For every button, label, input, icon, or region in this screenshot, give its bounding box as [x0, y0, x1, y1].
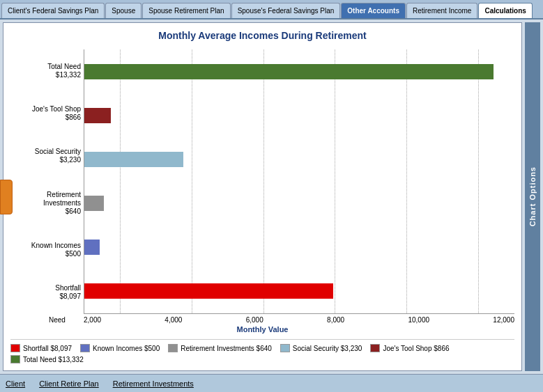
- legend-color-social-security: [280, 344, 290, 352]
- legend-label-retirement-inv: Retirement Investments $640: [181, 345, 272, 352]
- y-label-social-security: Social Security $3,230: [10, 148, 81, 164]
- bottom-link-retirement-investments[interactable]: Retirement Investments: [113, 379, 194, 388]
- legend-label-shortfall: Shortfall $8,097: [23, 345, 72, 352]
- legend-item-shortfall: Shortfall $8,097: [10, 344, 72, 352]
- legend-color-total-need: [10, 355, 20, 363]
- x-label-4000: 4,000: [165, 316, 182, 324]
- grid-line-2: [192, 49, 192, 313]
- right-panel-chart-options[interactable]: Chart Options: [525, 22, 540, 371]
- legend-color-shortfall: [10, 344, 20, 352]
- x-label-8000: 8,000: [327, 316, 344, 324]
- top-tabs: Client's Federal Savings Plan Spouse Spo…: [0, 0, 543, 19]
- bar-row-known-incomes: [84, 237, 514, 258]
- bars-section: Total Need $13,332 Joe's Tool Shop $866 …: [10, 49, 514, 314]
- tab-spouse[interactable]: Spouse: [105, 3, 142, 18]
- bar-total-need: [84, 64, 494, 79]
- left-handle[interactable]: [0, 180, 13, 214]
- bar-tool-shop: [84, 108, 111, 123]
- legend-label-known-incomes: Known Incomes $500: [93, 345, 160, 352]
- y-label-retirement-inv: Retirement Investments $640: [10, 191, 81, 216]
- bars-container: [84, 49, 514, 314]
- tab-retirement-income[interactable]: Retirement Income: [406, 3, 477, 18]
- main-content: Monthly Average Incomes During Retiremen…: [0, 19, 543, 374]
- x-need-label: Need: [49, 316, 66, 324]
- x-label-6000: 6,000: [246, 316, 263, 324]
- bottom-link-client[interactable]: Client: [6, 379, 25, 388]
- legend-label-tool-shop: Joe's Tool Shop $866: [383, 345, 449, 352]
- legend-color-known-incomes: [80, 344, 90, 352]
- right-panel-label: Chart Options: [528, 166, 537, 226]
- bottom-link-retire-plan[interactable]: Client Retire Plan: [39, 379, 99, 388]
- x-label-2000: 2,000: [84, 316, 101, 324]
- x-label-10000: 10,000: [408, 316, 429, 324]
- y-label-total-need: Total Need $13,332: [10, 63, 81, 79]
- tab-clients-federal[interactable]: Client's Federal Savings Plan: [1, 3, 105, 18]
- tab-spouse-retirement[interactable]: Spouse Retirement Plan: [142, 3, 230, 18]
- tab-calculations[interactable]: Calculations: [478, 3, 532, 18]
- grid-line-3: [263, 49, 264, 313]
- tab-spouse-federal[interactable]: Spouse's Federal Savings Plan: [231, 3, 341, 18]
- y-label-shortfall: Shortfall $8,097: [10, 284, 81, 301]
- y-label-known-incomes: Known Incomes $500: [10, 242, 81, 258]
- legend-item-total-need: Total Need $13,332: [10, 355, 84, 363]
- bar-row-social-security: [84, 149, 514, 170]
- grid-line-1: [120, 49, 121, 313]
- x-axis-row: Need 2,000 4,000 6,000 8,000 10,000 12,0…: [84, 316, 514, 324]
- grid-line-5: [406, 49, 407, 313]
- chart-area: Total Need $13,332 Joe's Tool Shop $866 …: [10, 49, 514, 363]
- x-label-12000: 12,000: [493, 316, 514, 324]
- y-label-tool-shop: Joe's Tool Shop $866: [10, 105, 81, 122]
- legend-label-total-need: Total Need $13,332: [23, 356, 84, 363]
- legend-item-retirement-inv: Retirement Investments $640: [168, 344, 272, 352]
- bar-shortfall: [84, 283, 333, 299]
- chart-title: Monthly Average Incomes During Retiremen…: [10, 30, 514, 41]
- bar-retirement-inv: [84, 196, 104, 211]
- bar-row-shortfall: [84, 281, 514, 301]
- y-labels: Total Need $13,332 Joe's Tool Shop $866 …: [10, 49, 84, 314]
- bar-social-security: [84, 152, 183, 167]
- bar-row-tool-shop: [84, 105, 514, 126]
- bottom-bar: Client Client Retire Plan Retirement Inv…: [0, 374, 543, 392]
- legend-color-tool-shop: [370, 344, 380, 352]
- legend-item-tool-shop: Joe's Tool Shop $866: [370, 344, 449, 352]
- x-axis-title: Monthly Value: [10, 325, 514, 334]
- chart-legend: Shortfall $8,097 Known Incomes $500 Reti…: [10, 339, 514, 363]
- grid-line-6: [478, 49, 479, 313]
- bar-row-total-need: [84, 61, 514, 82]
- bar-known-incomes: [84, 240, 100, 255]
- grid-line-4: [335, 49, 335, 313]
- grid-lines: [84, 49, 514, 313]
- legend-item-social-security: Social Security $3,230: [280, 344, 362, 352]
- tab-other-accounts[interactable]: Other Accounts: [341, 3, 406, 18]
- legend-item-known-incomes: Known Incomes $500: [80, 344, 160, 352]
- legend-label-social-security: Social Security $3,230: [293, 345, 362, 352]
- legend-color-retirement-inv: [168, 344, 178, 352]
- chart-panel: Monthly Average Incomes During Retiremen…: [3, 22, 522, 371]
- bar-row-retirement-inv: [84, 193, 514, 214]
